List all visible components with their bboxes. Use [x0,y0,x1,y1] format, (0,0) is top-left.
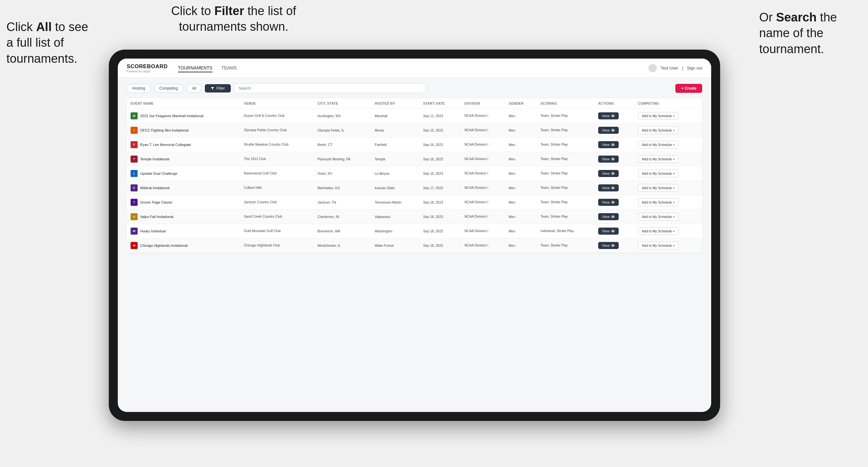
hosted-by-cell: Wake Forest [371,239,419,253]
col-hosted-by: HOSTED BY [371,98,419,109]
division-cell: NCAA Division I [461,239,505,253]
competing-cell: Add to My Schedule + [634,224,702,239]
division-cell: NCAA Division I [461,137,505,152]
gender-cell: Men [505,137,537,152]
tablet-frame: SCOREBOARD Powered by clippd TOURNAMENTS… [109,50,720,421]
team-logo: W [131,242,137,249]
gender-cell: Men [505,109,537,123]
city-state-cell: Chesterton, IN [314,210,371,224]
actions-cell: View [594,123,634,137]
competing-cell: Add to My Schedule + [634,109,702,123]
venue-cell: Olympia Fields Country Club [240,123,314,137]
add-to-schedule-button[interactable]: Add to My Schedule + [638,184,679,192]
eye-icon [611,200,615,204]
city-state-cell: Plymouth Meeting, PA [314,152,371,166]
city-state-cell: Westchester, IL [314,239,371,253]
competing-cell: Add to My Schedule + [634,195,702,210]
create-button[interactable]: + Create [675,84,702,93]
event-name-cell: W Husky Individual [127,224,240,239]
event-name-text: Husky Individual [140,229,166,233]
add-to-schedule-button[interactable]: Add to My Schedule + [638,169,679,177]
hosting-filter-btn[interactable]: Hosting [127,84,151,93]
gender-cell: Men [505,195,537,210]
actions-cell: View [594,239,634,253]
view-button[interactable]: View [598,242,619,249]
event-name-text: Chicago Highlands Invitational [140,244,188,247]
division-cell: NCAA Division I [461,224,505,239]
logo-text: SCOREBOARD [127,63,168,69]
view-button[interactable]: View [598,227,619,235]
event-name-cell: F Ryan T. Lee Memorial Collegiate [127,137,240,152]
add-to-schedule-button[interactable]: Add to My Schedule + [638,227,679,235]
event-name-text: Upstate Dual Challenge [140,172,177,176]
svg-point-8 [612,173,614,175]
competing-cell: Add to My Schedule + [634,181,702,195]
view-button[interactable]: View [598,170,619,177]
actions-cell: View [594,195,634,210]
actions-cell: View [594,152,634,166]
add-to-schedule-button[interactable]: Add to My Schedule + [638,141,679,149]
search-input[interactable] [234,84,426,93]
view-button[interactable]: View [598,199,619,206]
event-name-text: Ryan T. Lee Memorial Collegiate [140,143,191,147]
view-button[interactable]: View [598,184,619,191]
gender-cell: Men [505,210,537,224]
view-button[interactable]: View [598,127,619,134]
signout-link[interactable]: Sign out [687,66,702,70]
competing-cell: Add to My Schedule + [634,137,702,152]
add-to-schedule-button[interactable]: Add to My Schedule + [638,242,679,249]
table-row: F Ryan T. Lee Memorial Collegiate Shuttl… [127,137,702,152]
competing-filter-btn[interactable]: Competing [154,84,183,93]
actions-cell: View [594,181,634,195]
start-date-cell: Sep 18, 2023 [419,210,461,224]
gender-cell: Men [505,181,537,195]
svg-point-18 [612,245,614,246]
svg-point-12 [612,201,614,203]
view-button[interactable]: View [598,112,619,119]
hosted-by-cell: Kansas State [371,181,419,195]
venue-cell: The 1912 Club [240,152,314,166]
svg-point-10 [612,187,614,189]
filter-active-btn[interactable]: Filter [205,84,231,93]
col-venue: VENUE [240,98,314,109]
city-state-cell: Bremerton, WA [314,224,371,239]
table-row: T Temple Invitational The 1912 Club Plym… [127,152,702,166]
hosted-by-cell: Fairfield [371,137,419,152]
table-row: M 2023 Joe Feaganes Marshall Invitationa… [127,109,702,123]
venue-cell: Gold Mountain Golf Club [240,224,314,239]
add-to-schedule-button[interactable]: Add to My Schedule + [638,213,679,221]
add-to-schedule-button[interactable]: Add to My Schedule + [638,126,679,134]
competing-cell: Add to My Schedule + [634,239,702,253]
eye-icon [611,143,615,147]
eye-icon [611,157,615,161]
filter-label: Filter [216,86,225,91]
eye-icon [611,215,615,219]
division-cell: NCAA Division I [461,181,505,195]
view-button[interactable]: View [598,213,619,220]
venue-cell: Guyan Golf & Country Club [240,109,314,123]
eye-icon [611,114,615,118]
team-logo: L [131,170,137,177]
event-name-cell: M 2023 Joe Feaganes Marshall Invitationa… [127,109,240,123]
tournaments-table: EVENT NAME VENUE CITY, STATE HOSTED BY S… [127,98,702,253]
add-to-schedule-button[interactable]: Add to My Schedule + [638,155,679,163]
team-logo: T [131,156,137,163]
event-name-text: Temple Invitational [140,157,169,161]
col-actions: ACTIONS [594,98,634,109]
division-cell: NCAA Division I [461,210,505,224]
add-to-schedule-button[interactable]: Add to My Schedule + [638,112,679,120]
team-logo: F [131,141,137,148]
nav-tab-tournaments[interactable]: TOURNAMENTS [178,64,213,72]
start-date-cell: Sep 18, 2023 [419,224,461,239]
actions-cell: View [594,109,634,123]
annotation-right: Or Search the name of the tournament. [759,9,862,57]
nav-tab-teams[interactable]: TEAMS [221,64,237,72]
event-name-text: Grover Page Classic [140,200,173,204]
svg-point-2 [612,130,614,131]
view-button[interactable]: View [598,141,619,148]
view-button[interactable]: View [598,156,619,163]
header-right: Test User | Sign out [648,64,702,72]
add-to-schedule-button[interactable]: Add to My Schedule + [638,198,679,206]
all-filter-btn[interactable]: All [187,84,202,93]
svg-point-0 [612,115,614,117]
